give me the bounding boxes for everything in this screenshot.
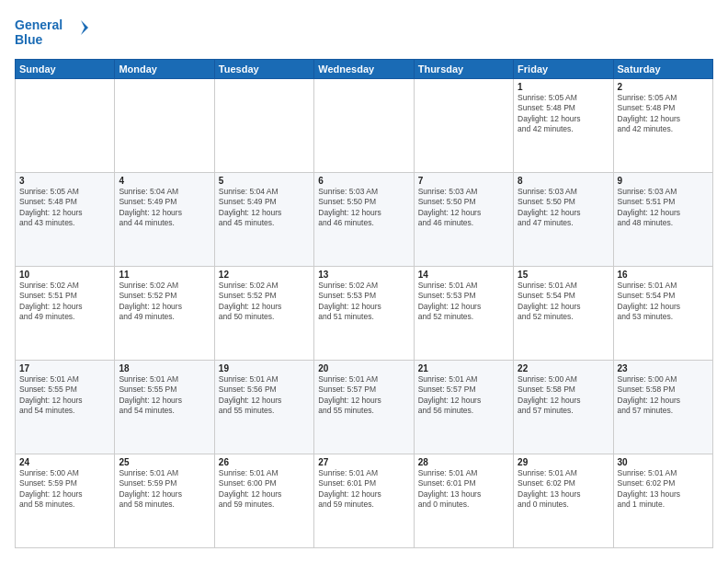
day-number: 16 — [618, 270, 709, 280]
day-info: Sunrise: 5:02 AM Sunset: 5:52 PM Dayligh… — [219, 281, 310, 323]
day-info: Sunrise: 5:00 AM Sunset: 5:58 PM Dayligh… — [518, 374, 609, 417]
day-number: 14 — [418, 270, 509, 280]
day-number: 5 — [219, 176, 310, 186]
day-info: Sunrise: 5:01 AM Sunset: 5:59 PM Dayligh… — [119, 468, 210, 511]
page: General Blue SundayMondayTuesdayWednesda… — [0, 0, 728, 563]
day-info: Sunrise: 5:02 AM Sunset: 5:52 PM Dayligh… — [119, 281, 210, 323]
day-info: Sunrise: 5:01 AM Sunset: 5:53 PM Dayligh… — [418, 281, 509, 323]
day-info: Sunrise: 5:00 AM Sunset: 5:59 PM Dayligh… — [19, 468, 110, 511]
day-number: 1 — [518, 82, 609, 92]
day-number: 19 — [219, 363, 310, 373]
day-number: 11 — [119, 270, 210, 280]
calendar-header-monday: Monday — [115, 60, 214, 79]
header: General Blue — [15, 15, 713, 52]
day-number: 24 — [19, 457, 110, 467]
calendar-cell: 4Sunrise: 5:04 AM Sunset: 5:49 PM Daylig… — [115, 173, 214, 267]
calendar-header-saturday: Saturday — [613, 60, 712, 79]
calendar-cell — [214, 79, 313, 173]
calendar-cell: 11Sunrise: 5:02 AM Sunset: 5:52 PM Dayli… — [115, 267, 214, 361]
calendar-cell: 27Sunrise: 5:01 AM Sunset: 6:01 PM Dayli… — [314, 454, 414, 548]
calendar-cell: 23Sunrise: 5:00 AM Sunset: 5:58 PM Dayli… — [613, 361, 712, 454]
calendar-cell: 14Sunrise: 5:01 AM Sunset: 5:53 PM Dayli… — [414, 267, 513, 361]
calendar-header-thursday: Thursday — [414, 60, 513, 79]
calendar-cell: 26Sunrise: 5:01 AM Sunset: 6:00 PM Dayli… — [214, 454, 313, 548]
calendar-cell: 5Sunrise: 5:04 AM Sunset: 5:49 PM Daylig… — [214, 173, 313, 267]
calendar-cell: 1Sunrise: 5:05 AM Sunset: 5:48 PM Daylig… — [514, 79, 613, 173]
day-info: Sunrise: 5:01 AM Sunset: 5:54 PM Dayligh… — [518, 281, 609, 323]
day-number: 29 — [518, 457, 609, 467]
day-number: 22 — [518, 363, 609, 373]
svg-text:Blue: Blue — [15, 32, 43, 47]
day-number: 9 — [618, 176, 709, 186]
calendar-header-row: SundayMondayTuesdayWednesdayThursdayFrid… — [16, 60, 713, 79]
day-number: 28 — [418, 457, 509, 467]
day-number: 13 — [318, 270, 409, 280]
day-number: 15 — [518, 270, 609, 280]
calendar-cell: 6Sunrise: 5:03 AM Sunset: 5:50 PM Daylig… — [314, 173, 414, 267]
calendar-cell: 19Sunrise: 5:01 AM Sunset: 5:56 PM Dayli… — [214, 361, 313, 454]
day-info: Sunrise: 5:01 AM Sunset: 5:57 PM Dayligh… — [418, 374, 509, 417]
day-info: Sunrise: 5:01 AM Sunset: 5:55 PM Dayligh… — [19, 374, 110, 417]
calendar-cell: 16Sunrise: 5:01 AM Sunset: 5:54 PM Dayli… — [613, 267, 712, 361]
day-info: Sunrise: 5:01 AM Sunset: 5:57 PM Dayligh… — [318, 374, 409, 417]
day-info: Sunrise: 5:02 AM Sunset: 5:51 PM Dayligh… — [19, 281, 110, 323]
day-number: 4 — [119, 176, 210, 186]
day-number: 30 — [618, 457, 709, 467]
calendar-header-friday: Friday — [514, 60, 613, 79]
svg-marker-2 — [81, 20, 88, 35]
calendar-cell: 25Sunrise: 5:01 AM Sunset: 5:59 PM Dayli… — [115, 454, 214, 548]
calendar-header-sunday: Sunday — [16, 60, 115, 79]
logo: General Blue — [15, 15, 88, 52]
calendar-cell — [16, 79, 115, 173]
calendar-cell: 20Sunrise: 5:01 AM Sunset: 5:57 PM Dayli… — [314, 361, 414, 454]
day-number: 3 — [19, 176, 110, 186]
day-info: Sunrise: 5:04 AM Sunset: 5:49 PM Dayligh… — [219, 187, 310, 229]
day-info: Sunrise: 5:04 AM Sunset: 5:49 PM Dayligh… — [119, 187, 210, 229]
day-info: Sunrise: 5:01 AM Sunset: 6:02 PM Dayligh… — [518, 468, 609, 511]
day-info: Sunrise: 5:03 AM Sunset: 5:50 PM Dayligh… — [418, 187, 509, 229]
day-info: Sunrise: 5:01 AM Sunset: 5:55 PM Dayligh… — [119, 374, 210, 417]
calendar-header-tuesday: Tuesday — [214, 60, 313, 79]
day-number: 7 — [418, 176, 509, 186]
day-info: Sunrise: 5:01 AM Sunset: 6:01 PM Dayligh… — [318, 468, 409, 511]
calendar-cell: 21Sunrise: 5:01 AM Sunset: 5:57 PM Dayli… — [414, 361, 513, 454]
calendar-week-5: 24Sunrise: 5:00 AM Sunset: 5:59 PM Dayli… — [16, 454, 713, 548]
calendar-cell: 22Sunrise: 5:00 AM Sunset: 5:58 PM Dayli… — [514, 361, 613, 454]
day-number: 10 — [19, 270, 110, 280]
calendar-cell: 13Sunrise: 5:02 AM Sunset: 5:53 PM Dayli… — [314, 267, 414, 361]
calendar-cell: 30Sunrise: 5:01 AM Sunset: 6:02 PM Dayli… — [613, 454, 712, 548]
logo-svg: General Blue — [15, 15, 88, 52]
day-number: 12 — [219, 270, 310, 280]
day-info: Sunrise: 5:05 AM Sunset: 5:48 PM Dayligh… — [518, 93, 609, 135]
day-info: Sunrise: 5:03 AM Sunset: 5:50 PM Dayligh… — [318, 187, 409, 229]
calendar-cell: 28Sunrise: 5:01 AM Sunset: 6:01 PM Dayli… — [414, 454, 513, 548]
day-info: Sunrise: 5:05 AM Sunset: 5:48 PM Dayligh… — [618, 93, 709, 135]
calendar-week-2: 3Sunrise: 5:05 AM Sunset: 5:48 PM Daylig… — [16, 173, 713, 267]
day-info: Sunrise: 5:03 AM Sunset: 5:51 PM Dayligh… — [618, 187, 709, 229]
calendar-cell: 15Sunrise: 5:01 AM Sunset: 5:54 PM Dayli… — [514, 267, 613, 361]
calendar-cell: 8Sunrise: 5:03 AM Sunset: 5:50 PM Daylig… — [514, 173, 613, 267]
calendar-cell: 10Sunrise: 5:02 AM Sunset: 5:51 PM Dayli… — [16, 267, 115, 361]
calendar-cell: 7Sunrise: 5:03 AM Sunset: 5:50 PM Daylig… — [414, 173, 513, 267]
calendar-cell: 24Sunrise: 5:00 AM Sunset: 5:59 PM Dayli… — [16, 454, 115, 548]
calendar-week-4: 17Sunrise: 5:01 AM Sunset: 5:55 PM Dayli… — [16, 361, 713, 454]
calendar-table: SundayMondayTuesdayWednesdayThursdayFrid… — [15, 59, 713, 548]
calendar-week-1: 1Sunrise: 5:05 AM Sunset: 5:48 PM Daylig… — [16, 79, 713, 173]
day-number: 18 — [119, 363, 210, 373]
day-number: 25 — [119, 457, 210, 467]
calendar-cell — [314, 79, 414, 173]
day-info: Sunrise: 5:01 AM Sunset: 6:02 PM Dayligh… — [618, 468, 709, 511]
calendar-cell: 2Sunrise: 5:05 AM Sunset: 5:48 PM Daylig… — [613, 79, 712, 173]
day-info: Sunrise: 5:03 AM Sunset: 5:50 PM Dayligh… — [518, 187, 609, 229]
day-info: Sunrise: 5:00 AM Sunset: 5:58 PM Dayligh… — [618, 374, 709, 417]
calendar-cell: 3Sunrise: 5:05 AM Sunset: 5:48 PM Daylig… — [16, 173, 115, 267]
calendar-header-wednesday: Wednesday — [314, 60, 414, 79]
calendar-cell: 18Sunrise: 5:01 AM Sunset: 5:55 PM Dayli… — [115, 361, 214, 454]
day-info: Sunrise: 5:01 AM Sunset: 5:56 PM Dayligh… — [219, 374, 310, 417]
day-number: 26 — [219, 457, 310, 467]
calendar-cell — [414, 79, 513, 173]
day-number: 23 — [618, 363, 709, 373]
day-number: 21 — [418, 363, 509, 373]
day-number: 8 — [518, 176, 609, 186]
day-number: 20 — [318, 363, 409, 373]
